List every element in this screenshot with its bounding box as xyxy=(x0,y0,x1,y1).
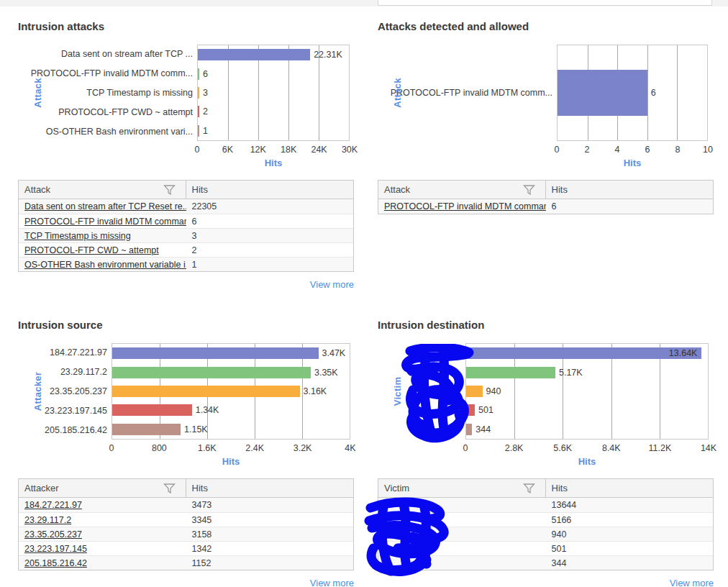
table-row: 23.29.117.23345 xyxy=(19,512,353,527)
table-row: 940 xyxy=(378,527,713,541)
bar[interactable] xyxy=(198,49,310,60)
hits-value: 1342 xyxy=(186,544,354,554)
x-axis-title: Hits xyxy=(465,456,709,467)
y-axis-title: Attack xyxy=(32,78,43,108)
attack-link[interactable]: PROTOCOL-FTP invalid MDTM comman... xyxy=(24,217,186,227)
category-label xyxy=(378,343,465,363)
hits-value: 6 xyxy=(546,201,714,211)
filter-icon[interactable] xyxy=(163,185,176,195)
attack-link[interactable]: PROTOCOL-FTP invalid MDTM comman... xyxy=(384,201,546,211)
category-label: PROTOCOL-FTP invalid MDTM comm... xyxy=(18,64,197,83)
hits-value: 13644 xyxy=(546,500,714,510)
attacks-allowed-chart: Attack PROTOCOL-FTP invalid MDTM comm...… xyxy=(378,45,714,168)
view-more-link[interactable]: View more xyxy=(670,578,714,587)
x-axis-title: Hits xyxy=(112,456,350,467)
bar[interactable] xyxy=(466,424,472,435)
category-label: TCP Timestamp is missing xyxy=(18,83,197,103)
column-header-hits[interactable]: Hits xyxy=(186,479,354,497)
bar[interactable] xyxy=(198,125,199,137)
bar-value: 13.64K xyxy=(669,348,698,358)
hits-value: 344 xyxy=(546,558,714,568)
bar-value: 6 xyxy=(203,69,208,79)
plot-area: 13.64K 5.17K 940 501 344 xyxy=(465,343,709,440)
hits-value: 1 xyxy=(186,260,354,270)
intrusion-destination-chart: Victim 13.64K xyxy=(378,343,714,467)
category-label xyxy=(378,401,465,420)
bar-value: 501 xyxy=(478,405,493,415)
table-row: 23.35.205.2373158 xyxy=(19,527,353,541)
bar[interactable] xyxy=(466,367,555,378)
table-row: PROTOCOL-FTP invalid MDTM comman...6 xyxy=(19,214,353,228)
bar-value: 3.47K xyxy=(322,348,346,358)
bar[interactable] xyxy=(112,404,192,416)
table-row: Data sent on stream after TCP Reset re..… xyxy=(19,199,353,214)
filter-icon[interactable] xyxy=(523,185,535,195)
attacker-ip-link[interactable]: 23.29.117.2 xyxy=(24,515,71,525)
attacker-ip-link[interactable]: 184.27.221.97 xyxy=(24,500,82,510)
intrusion-attacks-chart: Attack Data sent on stream after TCP ...… xyxy=(18,45,354,168)
column-header-hits[interactable]: Hits xyxy=(546,479,714,497)
category-label xyxy=(378,363,465,382)
bar[interactable]: 13.64K xyxy=(466,347,701,359)
bar[interactable] xyxy=(466,404,475,416)
plot-area: 3.47K 3.35K 3.16K 1.34K 1.15K xyxy=(112,343,350,440)
attack-link[interactable]: TCP Timestamp is missing xyxy=(24,231,131,241)
panel-intrusion-attacks: Intrusion attacks Attack Data sent on st… xyxy=(18,20,354,290)
attack-link[interactable]: OS-OTHER Bash environment variable i... xyxy=(24,260,186,270)
intrusion-source-table: Attacker Hits 184.27.221.973473 23.29.11… xyxy=(18,478,354,570)
bar[interactable] xyxy=(112,424,181,435)
hits-value: 2 xyxy=(186,245,354,255)
filter-icon[interactable] xyxy=(523,483,535,493)
view-more-link[interactable]: View more xyxy=(310,279,354,290)
category-label xyxy=(378,420,465,440)
table-row: 13644 xyxy=(378,498,713,512)
category-label: PROTOCOL-FTP invalid MDTM comm... xyxy=(378,45,557,141)
bar-value: 940 xyxy=(486,386,501,396)
table-row: PROTOCOL-FTP CWD ~ attempt2 xyxy=(19,242,353,257)
x-axis-title: Hits xyxy=(197,158,350,168)
table-row: 23.223.197.1451342 xyxy=(19,541,353,555)
bar[interactable] xyxy=(198,106,199,117)
bar-value: 2 xyxy=(203,106,208,117)
column-header-attacker[interactable]: Attacker xyxy=(19,479,186,497)
x-axis-ticks: 0 2 4 6 8 10 xyxy=(557,145,708,155)
column-header-hits[interactable]: Hits xyxy=(546,181,714,199)
view-more-link[interactable]: View more xyxy=(310,578,354,587)
attack-link[interactable]: Data sent on stream after TCP Reset re..… xyxy=(24,201,186,211)
column-header-attack[interactable]: Attack xyxy=(378,181,546,199)
column-header-victim[interactable]: Victim xyxy=(378,479,546,497)
hits-value: 940 xyxy=(546,529,714,540)
bar-value: 5.17K xyxy=(559,368,583,378)
bar[interactable] xyxy=(112,347,319,359)
table-row: PROTOCOL-FTP invalid MDTM comman...6 xyxy=(378,199,713,214)
bar-value: 1 xyxy=(203,126,208,136)
x-axis-ticks: 0 6K 12K 18K 24K 30K xyxy=(197,145,350,155)
column-header-attack[interactable]: Attack xyxy=(19,181,186,199)
bar[interactable] xyxy=(558,70,647,116)
bar[interactable] xyxy=(198,87,199,99)
hits-value: 3473 xyxy=(186,500,354,510)
intrusion-source-chart: Attacker 184.27.221.97 23.29.117.2 23.35… xyxy=(18,343,354,467)
attack-link[interactable]: PROTOCOL-FTP CWD ~ attempt xyxy=(24,245,159,255)
page-title: Intrusion source xyxy=(18,319,354,332)
table-row: TCP Timestamp is missing3 xyxy=(19,228,353,242)
bar[interactable] xyxy=(198,68,199,80)
column-header-hits[interactable]: Hits xyxy=(186,181,354,199)
hits-value: 3158 xyxy=(186,529,354,540)
bar-value: 22.31K xyxy=(314,50,342,60)
bar[interactable] xyxy=(112,367,311,378)
bar-value: 3 xyxy=(203,88,208,98)
bar-value: 1.15K xyxy=(184,424,208,434)
table-row: 205.185.216.421152 xyxy=(19,555,353,570)
table-row: OS-OTHER Bash environment variable i...1 xyxy=(19,257,353,271)
bar-value: 1.34K xyxy=(196,405,219,415)
bar[interactable] xyxy=(466,386,483,397)
bar-value: 344 xyxy=(476,424,491,434)
attacker-ip-link[interactable]: 23.223.197.145 xyxy=(24,544,87,554)
cutoff-panel-above xyxy=(378,0,712,6)
x-axis-ticks: 0 800 1.6K 2.4K 3.2K 4K xyxy=(112,443,350,454)
attacker-ip-link[interactable]: 23.35.205.237 xyxy=(24,529,82,540)
attacker-ip-link[interactable]: 205.185.216.42 xyxy=(24,558,87,568)
filter-icon[interactable] xyxy=(163,483,176,493)
bar[interactable] xyxy=(112,386,300,397)
